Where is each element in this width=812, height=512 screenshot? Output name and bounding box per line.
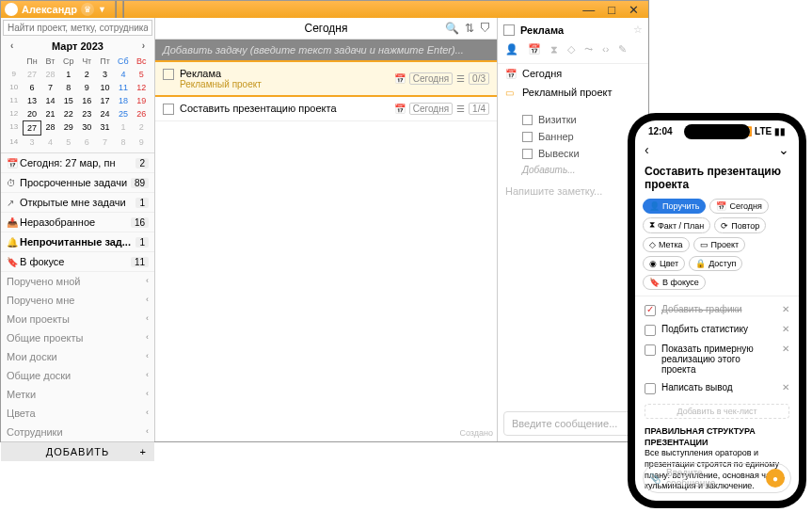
calendar-day[interactable]: 31 (96, 120, 114, 136)
chip[interactable]: 🔒Доступ (689, 256, 742, 271)
filter-icon[interactable]: ⛉ (480, 22, 491, 35)
calendar-day[interactable]: 27 (23, 120, 40, 136)
section-item[interactable]: Цвета‹ (1, 404, 154, 423)
section-item[interactable]: Мои проекты‹ (1, 310, 154, 328)
calendar-day[interactable]: 5 (133, 68, 151, 81)
calendar-day[interactable]: 4 (114, 68, 132, 81)
calendar-day[interactable]: 20 (23, 107, 40, 120)
calendar-day[interactable]: 3 (96, 68, 114, 81)
checklist-item[interactable]: Добавить графики✕ (635, 300, 799, 320)
calendar-day[interactable]: 8 (59, 81, 77, 94)
task-row[interactable]: РекламаРекламный проект📅Сегодня☰0/3 (155, 60, 497, 97)
chevron-down-icon[interactable]: ⌄ (778, 142, 789, 157)
chip[interactable]: ◇Метка (643, 237, 690, 252)
crown-icon[interactable]: ♛ (81, 3, 94, 16)
add-task-input[interactable]: Добавить задачу (введите текст задачи и … (155, 40, 497, 60)
calendar-day[interactable]: 12 (133, 81, 151, 94)
breadcrumb[interactable]: Сегодня (522, 68, 562, 79)
remove-icon[interactable]: ✕ (782, 382, 789, 392)
nav-item[interactable]: 🔖В фокусе11 (1, 252, 154, 272)
breadcrumb[interactable]: Рекламный проект (522, 87, 612, 98)
chip[interactable]: 📅Сегодня (709, 199, 769, 214)
close-button[interactable]: ✕ (629, 3, 639, 17)
calendar-day[interactable]: 9 (78, 81, 96, 94)
section-item[interactable]: Поручено мне‹ (1, 291, 154, 310)
calendar-day[interactable]: 3 (23, 136, 40, 149)
link-icon[interactable]: ⤳ (584, 43, 593, 56)
chip[interactable]: ⟳Повтор (714, 217, 766, 233)
remove-icon[interactable]: ✕ (782, 304, 789, 314)
calendar-day[interactable]: 25 (114, 107, 132, 120)
calendar-day[interactable]: 2 (78, 68, 96, 81)
calendar-grid[interactable]: ПнВтСрЧтПтСбВс92728123451067891011121113… (1, 55, 154, 149)
calendar-day[interactable]: 26 (133, 107, 151, 120)
user-icon[interactable]: 👤 (505, 43, 518, 56)
checklist-item[interactable]: Написать вывод✕ (635, 378, 799, 398)
calendar-day[interactable]: 1 (59, 68, 77, 81)
calendar-day[interactable]: 4 (41, 136, 59, 149)
attach-icon[interactable]: 📎 (649, 473, 661, 484)
add-checklist-item[interactable]: Добавить в чек-лист (645, 404, 789, 419)
calendar-day[interactable]: 28 (41, 120, 59, 136)
checklist-item[interactable]: Подбить статистику✕ (635, 320, 799, 340)
timer-icon[interactable]: ⧗ (550, 43, 558, 56)
calendar-day[interactable]: 15 (59, 94, 77, 107)
calendar-day[interactable]: 17 (96, 94, 114, 107)
section-item[interactable]: Мои доски‹ (1, 347, 154, 366)
search-input[interactable] (3, 20, 152, 36)
chip[interactable]: 👤Поручить (643, 199, 706, 214)
calendar-day[interactable]: 9 (133, 136, 151, 149)
calendar-day[interactable]: 16 (78, 94, 96, 107)
chip[interactable]: ⧗Факт / План (643, 217, 710, 233)
share-icon[interactable]: ‹› (602, 43, 609, 56)
calendar-day[interactable]: 29 (59, 120, 77, 136)
calendar-day[interactable]: 2 (133, 120, 151, 136)
search-icon[interactable]: 🔍 (445, 22, 459, 35)
calendar-day[interactable]: 11 (114, 81, 132, 94)
calendar-day[interactable]: 28 (41, 68, 59, 81)
chip[interactable]: ▭Проект (693, 237, 746, 252)
calendar-day[interactable]: 6 (78, 136, 96, 149)
calendar-day[interactable]: 18 (114, 94, 132, 107)
calendar-day[interactable]: 6 (23, 81, 40, 94)
nav-item[interactable]: ⏱Просроченные задачи89 (1, 173, 154, 193)
edit-icon[interactable]: ✎ (618, 43, 627, 56)
task-checkbox[interactable] (503, 24, 515, 36)
section-item[interactable]: Общие доски‹ (1, 366, 154, 385)
calendar-day[interactable]: 30 (78, 120, 96, 136)
calendar-day[interactable]: 27 (23, 68, 40, 81)
calendar-day[interactable]: 19 (133, 94, 151, 107)
subtask[interactable]: Вывески (498, 145, 648, 162)
cal-next[interactable]: › (142, 40, 145, 51)
task-row[interactable]: Составить презентацию проекта📅Сегодня☰1/… (155, 97, 497, 121)
note-input[interactable]: Напишите заметку... (498, 178, 648, 406)
chip[interactable]: ◉Цвет (643, 256, 685, 271)
mic-button[interactable]: ● (766, 469, 785, 488)
chip[interactable]: 🔖В фокусе (643, 275, 706, 290)
calendar-day[interactable]: 7 (96, 136, 114, 149)
message-input[interactable]: Введите сообщение... (503, 411, 643, 436)
calendar-day[interactable]: 24 (96, 107, 114, 120)
tag-icon[interactable]: ◇ (567, 43, 575, 56)
calendar-day[interactable]: 23 (78, 107, 96, 120)
nav-item[interactable]: 🔔Непрочитанные зад...1 (1, 232, 154, 252)
section-item[interactable]: Поручено мной‹ (1, 272, 154, 291)
nav-item[interactable]: 📅Сегодня: 27 мар, пн2 (1, 153, 154, 173)
back-icon[interactable]: ‹ (645, 142, 649, 157)
remove-icon[interactable]: ✕ (782, 344, 789, 354)
minimize-button[interactable]: — (582, 3, 595, 17)
calendar-day[interactable]: 10 (96, 81, 114, 94)
calendar-day[interactable]: 21 (41, 107, 59, 120)
phone-message-input[interactable]: 📎 Введите сообщение... ● (643, 463, 791, 493)
avatar[interactable] (5, 3, 18, 16)
add-subtask[interactable]: Добавить... (498, 162, 648, 178)
star-icon[interactable]: ☆ (633, 24, 643, 36)
nav-item[interactable]: 📥Неразобранное16 (1, 213, 154, 232)
calendar-day[interactable]: 22 (59, 107, 77, 120)
task-checkbox[interactable] (163, 69, 174, 80)
calendar-icon[interactable]: 📅 (528, 43, 541, 56)
section-item[interactable]: Общие проекты‹ (1, 328, 154, 347)
section-item[interactable]: Сотрудники‹ (1, 423, 154, 441)
nav-item[interactable]: ↗Открытые мне задачи1 (1, 193, 154, 213)
cal-prev[interactable]: ‹ (10, 40, 13, 51)
